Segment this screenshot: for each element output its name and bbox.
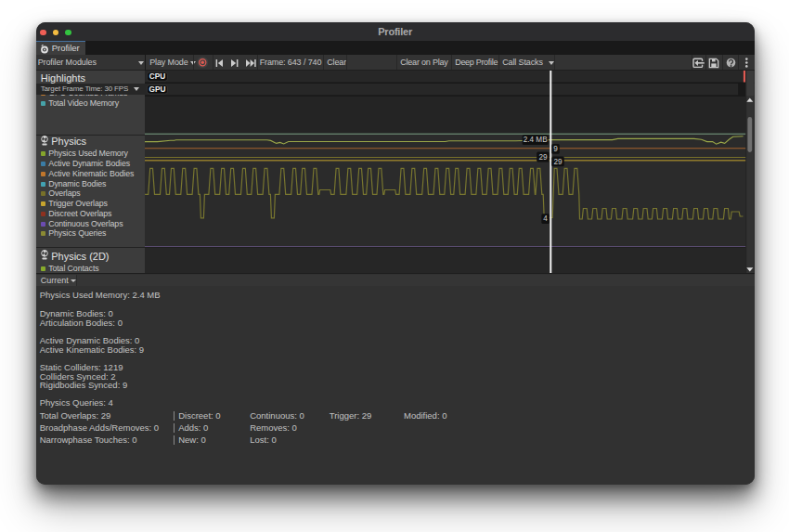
- svg-text:29: 29: [554, 158, 563, 166]
- svg-text:29: 29: [539, 153, 549, 162]
- svg-text:4: 4: [544, 214, 549, 223]
- svg-text:CPU: CPU: [149, 71, 166, 81]
- svg-text:2.4 MB: 2.4 MB: [524, 136, 548, 144]
- svg-text:9: 9: [554, 145, 559, 153]
- svg-text:GPU: GPU: [149, 84, 166, 94]
